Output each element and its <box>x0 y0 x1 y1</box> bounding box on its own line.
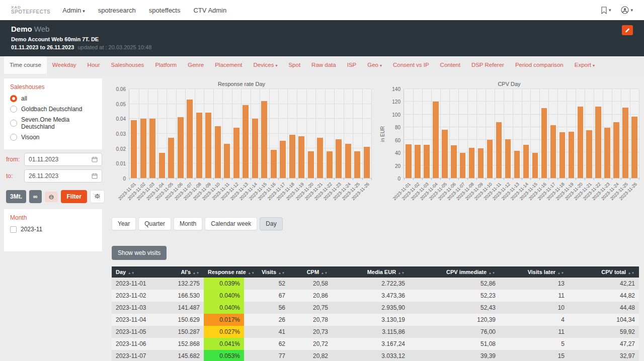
tab-isp[interactable]: ISP <box>342 56 362 74</box>
app-logo[interactable]: XAD SPOTEFFECTS <box>11 6 50 15</box>
nav-item-spoteffects[interactable]: spoteffects <box>149 7 181 14</box>
column-header-media_eur[interactable]: Media EUR▲▼ <box>332 266 409 278</box>
tab-dsp-referer[interactable]: DSP Referer <box>466 56 510 74</box>
cell-ais: 150.629 <box>162 314 204 326</box>
radio-checked-icon[interactable] <box>10 95 17 102</box>
y-tick-label: 0.01 <box>116 161 126 166</box>
checkbox-icon[interactable] <box>10 226 17 233</box>
month-option-2023-11[interactable]: 2023-11 <box>10 226 96 233</box>
bar-2023-11-16 <box>541 108 547 178</box>
bar-2023-11-06 <box>451 145 456 178</box>
saleshouse-option-all[interactable]: all <box>10 95 96 102</box>
month-title: Month <box>10 214 96 221</box>
saleshouse-option-visoon[interactable]: Visoon <box>10 134 96 141</box>
gridline <box>232 89 232 178</box>
nav-item-ctv-admin[interactable]: CTV Admin <box>193 7 226 14</box>
radio-label: Visoon <box>21 134 39 141</box>
page-title: Demo Web <box>11 25 633 33</box>
saleshouses-panel: Saleshouses allGoldbach DeutschlandSeven… <box>4 78 102 149</box>
granularity-day-button[interactable]: Day <box>260 217 282 230</box>
from-date-input[interactable]: 01.11.2023 <box>24 153 102 166</box>
infinity-button[interactable]: ∞ <box>29 190 42 203</box>
nav-item-admin[interactable]: Admin▾ <box>62 7 85 14</box>
tab-hour[interactable]: Hour <box>82 56 106 74</box>
cell-visits_later: 15 <box>500 350 569 361</box>
granularity-month-button[interactable]: Month <box>174 217 202 230</box>
top-navbar: XAD SPOTEFFECTS Admin▾spotresearchspotef… <box>0 0 644 20</box>
cell-response_rate: 0.027% <box>204 326 244 338</box>
from-date-row: from: 01.11.2023 <box>6 153 102 166</box>
calendar-icon[interactable] <box>92 173 98 179</box>
tab-time-course[interactable]: Time course <box>4 56 47 74</box>
bar-2023-11-08 <box>196 113 202 178</box>
sort-icons[interactable]: ▲▼ <box>489 272 496 275</box>
bar-2023-11-18 <box>559 132 565 178</box>
month-panel: Month 2023-11 <box>4 209 102 251</box>
radio-icon[interactable] <box>10 120 17 127</box>
tab-genre[interactable]: Genre <box>182 56 209 74</box>
tab-export[interactable]: Export▾ <box>569 56 600 74</box>
y-tick-label: 0.04 <box>116 116 126 122</box>
main-area: Saleshouses allGoldbach DeutschlandSeven… <box>0 74 644 361</box>
bar-2023-11-01 <box>406 144 411 178</box>
gridline <box>306 89 307 178</box>
sort-icons[interactable]: ▲▼ <box>193 272 200 275</box>
show-web-visits-button[interactable]: Show web visits <box>112 246 167 260</box>
granularity-year-button[interactable]: Year <box>112 217 136 230</box>
bar-2023-11-25 <box>354 151 360 178</box>
column-label: Visits <box>262 269 276 275</box>
bookmark-menu[interactable]: ▾ <box>601 7 611 14</box>
saleshouse-option-seven-one-media-deutschland[interactable]: Seven.One Media Deutschland <box>10 116 96 130</box>
tab-content[interactable]: Content <box>435 56 466 74</box>
sort-icons[interactable]: ▲▼ <box>557 272 565 275</box>
column-header-ais[interactable]: AI's▲▼ <box>162 266 204 278</box>
saleshouse-option-goldbach-deutschland[interactable]: Goldbach Deutschland <box>10 106 96 113</box>
plot-area <box>404 89 639 178</box>
tab-devices[interactable]: Devices▾ <box>248 56 283 74</box>
tab-spot[interactable]: Spot <box>283 56 306 74</box>
tab-geo[interactable]: Geo▾ <box>362 56 387 74</box>
debug-button[interactable] <box>90 190 105 203</box>
column-header-visits_later[interactable]: Visits later▲▼ <box>500 266 569 278</box>
cell-cpv_immediate: 52,23 <box>409 290 500 302</box>
tab-platform[interactable]: Platform <box>149 56 182 74</box>
sort-icons[interactable]: ▲▼ <box>628 272 635 275</box>
three-months-button[interactable]: 3Mt. <box>6 190 26 203</box>
tab-period-comparison[interactable]: Period comparison <box>510 56 569 74</box>
tab-placement[interactable]: Placement <box>209 56 248 74</box>
sort-icons[interactable]: ▲▼ <box>128 272 135 275</box>
sort-icons[interactable]: ▲▼ <box>248 272 255 275</box>
page-header: Demo Web Demo Account Web 60min 7T. DE 0… <box>0 20 644 56</box>
granularity-calendar-week-button[interactable]: Calendar week <box>205 217 257 230</box>
to-date-input[interactable]: 26.11.2023 <box>24 169 102 183</box>
column-header-cpm[interactable]: CPM▲▼ <box>289 266 332 278</box>
filter-button[interactable]: Filter <box>61 190 87 203</box>
column-header-response_rate[interactable]: Response rate▲▼ <box>204 266 244 278</box>
sort-icons[interactable]: ▲▼ <box>398 272 405 275</box>
column-header-day[interactable]: Day▲▼ <box>112 266 162 278</box>
calendar-icon[interactable] <box>92 156 98 162</box>
user-menu[interactable]: ▾ <box>621 6 633 14</box>
gridline <box>222 89 223 178</box>
tab-saleshouses[interactable]: Saleshouses <box>106 56 150 74</box>
column-header-cpv_total[interactable]: CPV total▲▼ <box>569 266 639 278</box>
report-tabbar: Time courseWeekdayHourSaleshousesPlatfor… <box>0 56 644 74</box>
edit-button[interactable] <box>622 25 633 35</box>
minus-button[interactable]: ⊖ <box>45 192 58 202</box>
sort-icons[interactable]: ▲▼ <box>321 272 328 275</box>
nav-item-spotresearch[interactable]: spotresearch <box>98 7 136 14</box>
cell-cpm: 20,86 <box>289 290 332 302</box>
granularity-quarter-button[interactable]: Quarter <box>138 217 171 230</box>
y-tick-label: 40 <box>395 150 400 156</box>
bar-2023-11-09 <box>478 148 484 178</box>
bar-2023-11-14 <box>523 145 529 178</box>
bar-2023-11-26 <box>364 147 370 178</box>
sort-icons[interactable]: ▲▼ <box>278 272 285 275</box>
tab-raw-data[interactable]: Raw data <box>306 56 342 74</box>
column-header-cpv_immediate[interactable]: CPV immediate▲▼ <box>409 266 500 278</box>
radio-icon[interactable] <box>10 106 17 113</box>
tab-weekday[interactable]: Weekday <box>47 56 82 74</box>
cell-ais: 166.530 <box>162 290 204 302</box>
tab-consent-vs-ip[interactable]: Consent vs IP <box>387 56 435 74</box>
radio-icon[interactable] <box>10 134 17 141</box>
